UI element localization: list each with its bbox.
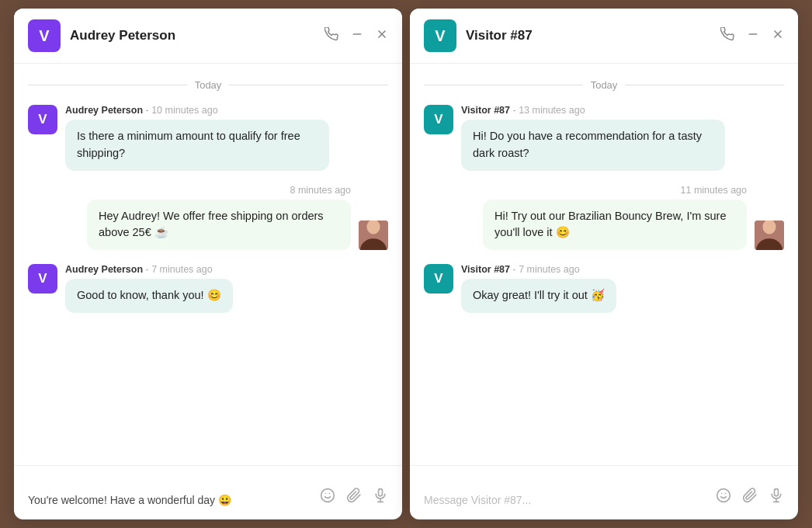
phone-icon-v87[interactable] — [720, 27, 734, 45]
date-label-v87: Today — [591, 79, 618, 91]
chat-title-visitor87: Visitor #87 — [466, 28, 711, 43]
visitor87-avatar-1: V — [424, 105, 453, 134]
message-group-v87-1: V Visitor #87 - 13 minutes ago Hi! Do yo… — [424, 105, 784, 171]
message-group-v87-2: V Visitor #87 - 7 minutes ago Okay great… — [424, 264, 784, 313]
message-group-visitor2: V Audrey Peterson - 7 minutes ago Good t… — [28, 264, 388, 313]
agent-photo-1 — [359, 221, 388, 250]
close-icon[interactable] — [376, 28, 388, 44]
chat-header-audrey: V Audrey Peterson — [14, 9, 402, 64]
chat-body-visitor87: Today V Visitor #87 - 13 minutes ago Hi!… — [410, 64, 798, 465]
chat-window-audrey: V Audrey Peterson Today V Audrey Peterso… — [14, 9, 402, 519]
msg-time-v87-1: - 13 minutes ago — [513, 105, 585, 116]
msg-bubble-agent1: Hey Audrey! We offer free shipping on or… — [87, 200, 351, 251]
svg-rect-9 — [379, 489, 383, 496]
date-divider-audrey: Today — [28, 79, 388, 91]
chat-input-icons-audrey — [320, 488, 388, 509]
msg-meta-2: Audrey Peterson - 7 minutes ago — [65, 264, 233, 275]
msg-content-2: Audrey Peterson - 7 minutes ago Good to … — [65, 264, 233, 313]
phone-icon[interactable] — [324, 27, 338, 45]
date-label-audrey: Today — [195, 79, 222, 91]
chat-title-audrey: Audrey Peterson — [70, 28, 315, 43]
msg-meta-1: Audrey Peterson - 10 minutes ago — [65, 105, 329, 116]
chat-input-area-v87: Message Visitor #87... — [410, 465, 798, 519]
msg-meta-agent1: 8 minutes ago — [290, 185, 351, 196]
msg-bubble-v87-1: Hi! Do you have a recommendation for a t… — [461, 120, 725, 171]
emoji-button-v87[interactable] — [716, 488, 731, 507]
visitor87-avatar-2: V — [424, 264, 453, 294]
msg-bubble-1: Is there a minimum amount to qualify for… — [65, 120, 329, 171]
msg-bubble-2: Good to know, thank you! 😊 — [65, 279, 233, 313]
msg-meta-v87-2: Visitor #87 - 7 minutes ago — [461, 264, 616, 275]
chat-input-icons-v87 — [716, 488, 784, 509]
emoji-button-audrey[interactable] — [320, 488, 335, 507]
msg-time-1: - 10 minutes ago — [146, 105, 218, 116]
msg-content-v87-1: Visitor #87 - 13 minutes ago Hi! Do you … — [461, 105, 725, 171]
minimize-icon[interactable] — [351, 28, 363, 44]
msg-content-1: Audrey Peterson - 10 minutes ago Is ther… — [65, 105, 329, 171]
msg-meta-v87-1: Visitor #87 - 13 minutes ago — [461, 105, 725, 116]
attach-button-audrey[interactable] — [346, 488, 362, 507]
msg-content-v87-2: Visitor #87 - 7 minutes ago Okay great! … — [461, 264, 616, 313]
chat-window-visitor87: V Visitor #87 Today V Visitor #87 - 13 m — [410, 9, 798, 519]
msg-time-v87-2: - 7 minutes ago — [513, 264, 580, 275]
minimize-icon-v87[interactable] — [747, 28, 759, 44]
svg-rect-21 — [775, 489, 779, 496]
chat-input-text-audrey[interactable]: You're welcome! Have a wonderful day 😀 — [28, 492, 312, 509]
chat-input-area-audrey: You're welcome! Have a wonderful day 😀 — [14, 465, 402, 519]
attach-button-v87[interactable] — [742, 488, 758, 507]
msg-content-agent1: 8 minutes ago Hey Audrey! We offer free … — [87, 185, 351, 251]
chat-header-visitor87: V Visitor #87 — [410, 9, 798, 64]
avatar-audrey: V — [28, 19, 61, 52]
chat-body-audrey: Today V Audrey Peterson - 10 minutes ago… — [14, 64, 402, 465]
visitor-avatar-2: V — [28, 264, 57, 294]
visitor-avatar-1: V — [28, 105, 57, 134]
avatar-visitor87: V — [424, 19, 456, 52]
mic-button-v87[interactable] — [769, 488, 784, 507]
mic-button-audrey[interactable] — [373, 488, 388, 507]
msg-bubble-v87-2: Okay great! I'll try it out 🥳 — [461, 279, 616, 313]
msg-meta-agent-v87: 11 minutes ago — [681, 185, 747, 196]
date-divider-v87: Today — [424, 79, 784, 91]
header-actions-visitor87 — [720, 27, 784, 45]
msg-bubble-agent-v87: Hi! Try out our Brazilian Bouncy Brew, I… — [483, 200, 747, 251]
msg-time-2: - 7 minutes ago — [146, 264, 213, 275]
chat-input-placeholder-v87[interactable]: Message Visitor #87... — [424, 492, 708, 509]
svg-point-18 — [717, 489, 730, 502]
header-actions-audrey — [324, 27, 388, 45]
agent-photo-v87 — [755, 221, 784, 250]
message-group-agent1: 8 minutes ago Hey Audrey! We offer free … — [28, 185, 388, 251]
message-group-agent-v87: 11 minutes ago Hi! Try out our Brazilian… — [424, 185, 784, 251]
message-group-visitor1: V Audrey Peterson - 10 minutes ago Is th… — [28, 105, 388, 171]
msg-content-agent-v87: 11 minutes ago Hi! Try out our Brazilian… — [483, 185, 747, 251]
close-icon-v87[interactable] — [772, 28, 784, 44]
svg-point-6 — [321, 489, 335, 502]
